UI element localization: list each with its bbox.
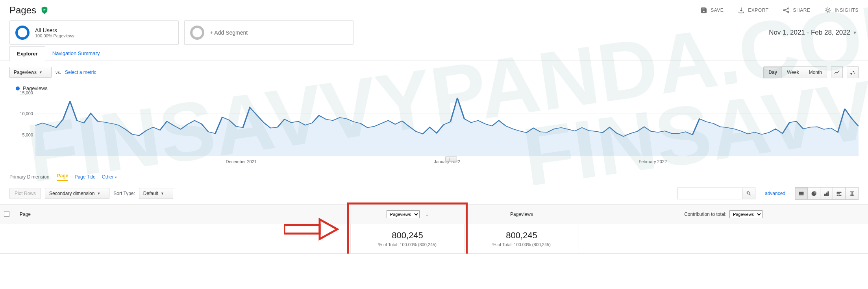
sort-type-value: Default — [143, 191, 158, 196]
view-table-button[interactable] — [795, 188, 808, 199]
share-icon — [783, 7, 790, 14]
tab-explorer[interactable]: Explorer — [9, 46, 45, 61]
segment-subtitle: 100.00% Pageviews — [35, 33, 74, 38]
primary-metric-select-label: Pageviews — [14, 70, 37, 75]
column-contribution-label: Contribution to total: — [684, 212, 726, 217]
date-range-label: Nov 1, 2021 - Feb 28, 2022 — [769, 29, 850, 37]
share-button[interactable]: SHARE — [783, 7, 810, 14]
column-contribution[interactable]: Contribution to total: Pageviews — [579, 205, 868, 224]
segment-title: All Users — [35, 27, 74, 33]
legend-dot-icon — [16, 87, 20, 90]
segment-all-users[interactable]: All Users 100.00% Pageviews — [9, 20, 179, 45]
page-title: Pages — [9, 5, 36, 16]
granularity-toggle: Day Week Month — [763, 66, 827, 78]
table-search-input[interactable] — [677, 188, 742, 199]
svg-point-3 — [854, 73, 855, 74]
segment-circle-icon — [15, 26, 30, 40]
x-tick: December 2021 — [226, 159, 257, 164]
caret-down-icon: ▼ — [39, 70, 43, 74]
total-pageviews-value: 800,245 — [355, 230, 461, 241]
secondary-dimension-label: Secondary dimension — [49, 191, 94, 196]
share-label: SHARE — [793, 7, 810, 13]
dimension-page[interactable]: Page — [57, 173, 68, 181]
insights-icon — [824, 7, 831, 14]
caret-down-icon: ▾ — [115, 175, 117, 179]
add-segment-button[interactable]: + Add Segment — [184, 20, 353, 45]
export-button[interactable]: EXPORT — [738, 7, 768, 14]
column-page[interactable]: Page — [16, 205, 350, 224]
contribution-metric-select[interactable]: Pageviews — [729, 210, 763, 218]
view-pivot-button[interactable] — [846, 188, 858, 199]
select-metric-link[interactable]: Select a metric — [65, 70, 96, 75]
svg-point-2 — [853, 71, 854, 72]
y-tick: 5,000 — [22, 133, 33, 137]
insights-button[interactable]: INSIGHTS — [824, 7, 859, 14]
dimension-other[interactable]: Other ▾ — [102, 174, 117, 180]
total-pageviews-sub-2: % of Total: 100.00% (800,245) — [469, 242, 575, 247]
svg-point-0 — [827, 9, 829, 11]
save-label: SAVE — [711, 7, 724, 13]
date-range-picker[interactable]: Nov 1, 2021 - Feb 28, 2022 ▼ — [769, 20, 859, 45]
sort-type-select[interactable]: Default ▼ — [139, 188, 173, 199]
advanced-filter-link[interactable]: advanced — [765, 191, 785, 196]
column-pageviews-sortable[interactable]: Pageviews ↓ — [350, 205, 465, 224]
chart-type-line-button[interactable] — [831, 66, 843, 78]
dimension-other-label: Other — [102, 174, 114, 180]
segment-circle-icon — [190, 26, 204, 40]
caret-down-icon: ▼ — [853, 30, 857, 35]
granularity-day[interactable]: Day — [764, 67, 782, 78]
primary-dimension-label: Primary Dimension: — [9, 174, 51, 180]
table-search-button[interactable] — [742, 188, 755, 199]
caret-down-icon: ▼ — [161, 191, 164, 195]
total-pageviews-sub: % of Total: 100.00% (800,245) — [355, 242, 461, 247]
save-button[interactable]: SAVE — [700, 7, 724, 14]
chart-type-motion-button[interactable] — [847, 66, 859, 78]
x-tick: February 2022 — [639, 159, 667, 164]
granularity-month[interactable]: Month — [804, 67, 827, 78]
tab-navigation-summary[interactable]: Navigation Summary — [45, 46, 107, 61]
pageviews-chart: 5,00010,00015,000 — [16, 93, 859, 156]
save-icon — [700, 7, 707, 14]
dimension-page-title[interactable]: Page Title — [74, 174, 95, 180]
verified-shield-icon — [40, 6, 49, 15]
svg-point-1 — [850, 73, 852, 75]
add-segment-label: + Add Segment — [210, 29, 248, 36]
export-label: EXPORT — [748, 7, 768, 13]
plot-rows-button: Plot Rows — [9, 188, 41, 199]
sort-type-label: Sort Type: — [113, 191, 135, 196]
export-icon — [738, 7, 745, 14]
view-comparison-button[interactable] — [833, 188, 846, 199]
granularity-week[interactable]: Week — [782, 67, 804, 78]
primary-metric-select[interactable]: Pageviews ▼ — [9, 67, 52, 78]
column-pageviews[interactable]: Pageviews — [465, 205, 579, 224]
vs-label: vs. — [56, 70, 61, 75]
table-total-row: 800,245 % of Total: 100.00% (800,245) 80… — [0, 224, 868, 254]
insights-label: INSIGHTS — [835, 7, 859, 13]
y-tick: 15,000 — [20, 90, 33, 95]
chart-scroll-handle[interactable] — [445, 156, 457, 162]
search-icon — [746, 191, 751, 196]
select-all-checkbox[interactable] — [4, 211, 9, 217]
view-pie-button[interactable] — [808, 188, 820, 199]
sort-desc-icon: ↓ — [426, 211, 428, 217]
y-tick: 10,000 — [20, 111, 33, 116]
pageviews-metric-select[interactable]: Pageviews — [387, 210, 420, 218]
chart-x-axis: December 2021January 2022February 2022 — [35, 156, 859, 164]
view-performance-button[interactable] — [820, 188, 833, 199]
total-pageviews-value-2: 800,245 — [469, 230, 575, 241]
secondary-dimension-select[interactable]: Secondary dimension ▼ — [45, 188, 109, 199]
caret-down-icon: ▼ — [97, 191, 100, 195]
